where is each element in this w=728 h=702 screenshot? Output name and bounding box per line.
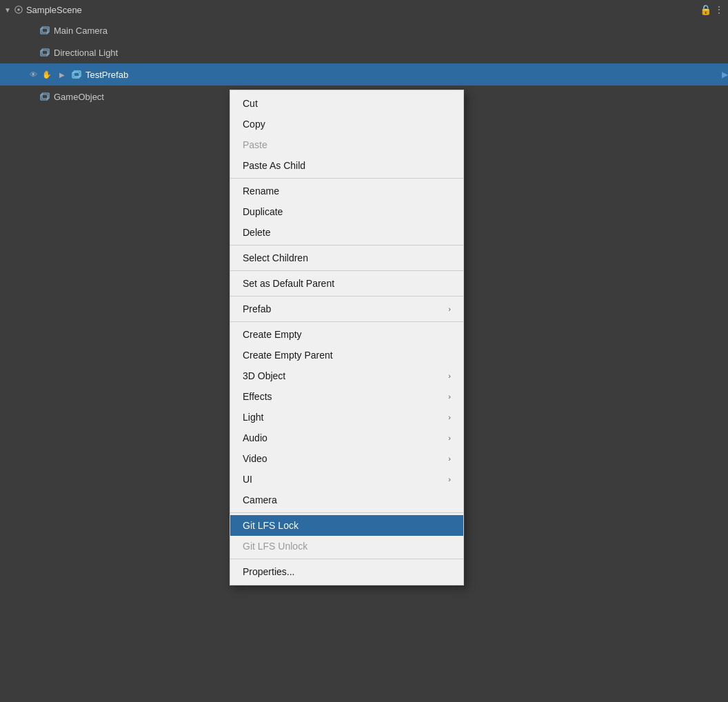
scene-icon [14,5,23,14]
menu-label: Delete [243,227,270,238]
menu-item-git-lfs-lock[interactable]: Git LFS Lock [230,515,463,536]
menu-label: Create Empty Parent [243,350,333,361]
menu-label: Camera [243,494,277,505]
separator [230,245,463,245]
menu-label: Audio [243,432,267,443]
separator [230,321,463,322]
tree-item-directional-light[interactable]: Directional Light [0,41,728,63]
svg-point-1 [17,8,20,11]
submenu-arrow-icon: › [448,372,451,380]
menu-item-paste: Paste [230,134,463,155]
menu-label: Prefab [243,303,271,314]
menu-item-cut[interactable]: Cut [230,93,463,114]
menu-label: Properties... [243,566,294,577]
object-icon [39,25,50,36]
eye-icon: 👁 [28,69,39,80]
hierarchy-header: ▼ SampleScene 🔒 ⋮ [0,0,728,19]
menu-item-git-lfs-unlock: Git LFS Unlock [230,536,463,556]
tree-item-testprefab[interactable]: 👁 ✋ ▶ TestPrefab ▶ [0,63,728,86]
separator [230,296,463,297]
context-menu: Cut Copy Paste Paste As Child Rename Dup… [230,90,464,585]
menu-item-set-default-parent[interactable]: Set as Default Parent [230,273,463,294]
menu-item-3d-object[interactable]: 3D Object › [230,365,463,386]
separator [230,270,463,271]
menu-label: Paste As Child [243,160,305,171]
hierarchy-panel: ▼ SampleScene 🔒 ⋮ Main Camera Directiona… [0,0,728,702]
item-label: TestPrefab [85,70,128,80]
menu-item-camera[interactable]: Camera [230,490,463,510]
menu-item-duplicate[interactable]: Duplicate [230,201,463,222]
submenu-arrow-icon: › [448,413,451,421]
prefab-icon [70,69,81,80]
menu-label: 3D Object [243,370,285,381]
menu-item-prefab[interactable]: Prefab › [230,299,463,319]
expand-arrow: ▶ [59,71,66,79]
selected-arrow: ▶ [722,70,728,79]
menu-label: Create Empty [243,329,302,340]
separator [230,512,463,513]
menu-label: Set as Default Parent [243,278,334,289]
object-icon [39,91,50,102]
submenu-arrow-icon: › [448,454,451,463]
menu-item-copy[interactable]: Copy [230,114,463,134]
submenu-arrow-icon: › [448,392,451,401]
submenu-arrow-icon: › [448,475,451,483]
submenu-arrow-icon: › [448,434,451,442]
separator [230,178,463,179]
item-label: GameObject [54,92,104,102]
menu-item-create-empty-parent[interactable]: Create Empty Parent [230,345,463,365]
visibility-icons: 👁 ✋ [28,69,52,80]
menu-label: Git LFS Unlock [243,541,307,552]
lock-icon: 🔒 [700,4,711,15]
menu-label: Git LFS Lock [243,520,299,531]
menu-label: Select Children [243,252,308,263]
item-label: Main Camera [54,26,108,36]
menu-item-ui[interactable]: UI › [230,469,463,490]
collapse-arrow[interactable]: ▼ [4,6,11,14]
object-icon [39,47,50,58]
menu-label: Duplicate [243,206,283,217]
menu-item-effects[interactable]: Effects › [230,386,463,407]
menu-item-rename[interactable]: Rename [230,181,463,201]
submenu-arrow-icon: › [448,305,451,313]
menu-item-select-children[interactable]: Select Children [230,248,463,268]
menu-item-create-empty[interactable]: Create Empty [230,324,463,345]
menu-item-paste-as-child[interactable]: Paste As Child [230,155,463,176]
menu-label: Cut [243,98,258,109]
item-label: Directional Light [54,48,118,58]
menu-label: Effects [243,391,272,402]
menu-label: Video [243,453,267,464]
menu-item-light[interactable]: Light › [230,407,463,428]
menu-label: UI [243,474,252,485]
menu-item-video[interactable]: Video › [230,448,463,469]
hand-icon: ✋ [41,69,52,80]
menu-item-properties[interactable]: Properties... [230,561,463,582]
menu-label: Copy [243,119,265,130]
header-menu-button[interactable]: ⋮ [714,4,724,15]
scene-title: SampleScene [26,5,82,15]
menu-label: Paste [243,139,267,150]
tree-item-main-camera[interactable]: Main Camera [0,19,728,41]
separator [230,559,463,559]
menu-item-audio[interactable]: Audio › [230,428,463,448]
menu-item-delete[interactable]: Delete [230,222,463,243]
menu-label: Rename [243,185,279,197]
menu-label: Light [243,412,263,423]
